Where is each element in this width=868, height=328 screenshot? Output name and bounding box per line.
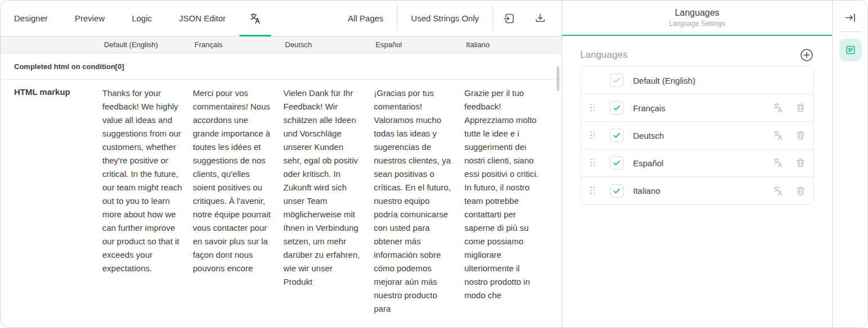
language-label: Français — [633, 103, 772, 113]
plus-circle-icon — [799, 48, 814, 62]
column-header-default: Default (English) — [95, 40, 186, 49]
translation-cell-espanol[interactable]: ¡Gracias por tus comentarios! Valoramos … — [367, 80, 457, 316]
pages-filter-dropdown[interactable]: All Pages — [334, 1, 397, 36]
language-list: Default (English) Français — [580, 66, 814, 205]
panel-subtitle: Language Settings — [562, 20, 832, 28]
column-header-deutsch: Deutsch — [276, 40, 367, 49]
column-header-italiano: Italiano — [457, 40, 548, 49]
language-checkbox[interactable] — [610, 129, 623, 142]
language-row-actions — [772, 157, 807, 169]
tab-designer[interactable]: Designer — [1, 1, 61, 36]
translation-string-row: HTML markup Thanks for your feedback! We… — [1, 80, 562, 327]
language-row-actions — [772, 185, 807, 197]
delete-language-button[interactable] — [794, 157, 807, 169]
collapse-panel-icon — [844, 11, 857, 25]
property-grid-icon — [844, 44, 857, 56]
tab-preview[interactable]: Preview — [61, 1, 118, 36]
delete-language-button[interactable] — [794, 185, 807, 197]
survey-creator-window: Designer Preview Logic JSON Editor — [0, 0, 868, 328]
language-row-italiano: Italiano — [581, 177, 813, 204]
language-label: Default (English) — [633, 76, 807, 85]
translation-table-header: Default (English) Français Deutsch Españ… — [1, 37, 562, 53]
tab-translation[interactable] — [239, 1, 271, 36]
collapse-panel-button[interactable] — [843, 11, 858, 25]
add-language-button[interactable] — [799, 48, 814, 62]
translation-cell-default[interactable]: Thanks for your feedback! We highly valu… — [95, 80, 186, 275]
translation-main-area: Designer Preview Logic JSON Editor — [1, 1, 562, 327]
check-icon — [612, 103, 621, 112]
check-icon — [612, 76, 621, 85]
drag-handle[interactable] — [590, 104, 595, 112]
drag-handle[interactable] — [590, 186, 595, 195]
language-checkbox-default — [610, 74, 623, 87]
toolbar-divider — [492, 6, 493, 31]
toolbar-spacer — [271, 1, 334, 36]
export-button[interactable] — [534, 12, 547, 25]
edit-translation-button[interactable] — [772, 102, 784, 114]
language-row-francais: Français — [581, 94, 813, 122]
tab-logic[interactable]: Logic — [118, 1, 165, 36]
language-row-actions — [772, 102, 807, 114]
translation-icon — [248, 12, 262, 25]
languages-section-label: Languages — [580, 49, 627, 61]
side-toolbar-rail — [832, 1, 868, 327]
language-label: Deutsch — [633, 131, 772, 140]
translation-cell-francais[interactable]: Merci pour vos commentaires! Nous accord… — [186, 80, 276, 275]
import-icon — [502, 12, 516, 25]
edit-translation-button[interactable] — [772, 185, 784, 197]
string-group-row: Completed html on condition[0] — [1, 53, 562, 80]
languages-section-row: Languages — [580, 47, 814, 63]
drag-handle[interactable] — [590, 159, 595, 167]
check-icon — [612, 186, 621, 195]
panel-header: Languages Language Settings — [562, 1, 832, 36]
creator-tab-bar: Designer Preview Logic JSON Editor — [1, 1, 562, 37]
translation-cell-italiano[interactable]: Grazie per il tuo feedback! Apprezziamo … — [457, 80, 548, 302]
language-checkbox[interactable] — [610, 156, 623, 170]
language-checkbox[interactable] — [610, 184, 623, 198]
delete-language-button[interactable] — [794, 129, 807, 142]
check-icon — [612, 131, 621, 140]
property-grid-tool-button[interactable] — [839, 39, 862, 61]
column-header-espanol: Español — [367, 40, 457, 49]
edit-translation-button[interactable] — [772, 157, 784, 169]
language-row-actions — [772, 129, 807, 142]
language-label: Español — [633, 158, 772, 168]
drag-handle[interactable] — [590, 131, 595, 140]
edit-translation-button[interactable] — [772, 129, 784, 142]
language-label: Italiano — [633, 186, 772, 195]
language-row-espanol: Español — [581, 149, 813, 177]
string-row-label: HTML markup — [1, 80, 95, 97]
vertical-scrollbar[interactable] — [557, 66, 559, 91]
column-header-francais: Français — [186, 40, 276, 49]
language-row-default: Default (English) — [581, 67, 813, 94]
languages-settings-panel: Languages Language Settings Languages — [562, 1, 832, 327]
panel-body: Languages — [562, 36, 832, 216]
delete-language-button[interactable] — [794, 102, 807, 114]
translation-cell-deutsch[interactable]: Vielen Dank für Ihr Feedback! Wir schätz… — [276, 80, 367, 289]
check-icon — [612, 158, 621, 167]
import-button[interactable] — [502, 12, 516, 25]
language-checkbox[interactable] — [610, 101, 623, 115]
download-icon — [534, 12, 547, 25]
language-row-deutsch: Deutsch — [581, 122, 813, 149]
strings-filter-dropdown[interactable]: Used Strings Only — [397, 1, 492, 36]
rail-divider — [840, 31, 861, 32]
string-group-label: Completed html on condition[0] — [14, 62, 124, 71]
panel-title: Languages — [562, 8, 832, 18]
tab-json-editor[interactable]: JSON Editor — [165, 1, 239, 36]
